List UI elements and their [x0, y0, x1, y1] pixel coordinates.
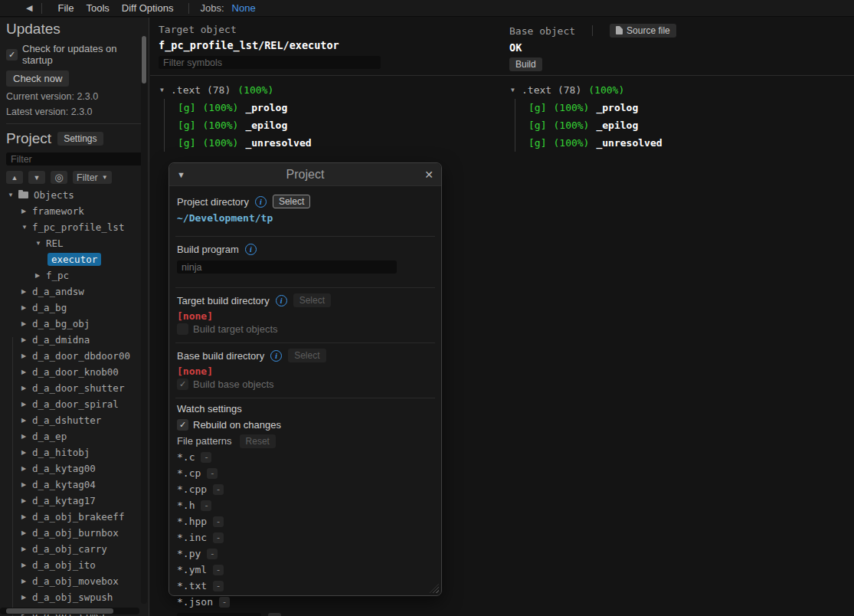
tree-item[interactable]: ▶ d_a_door_dbdoor00: [0, 348, 149, 364]
locate-button[interactable]: ◎: [51, 171, 67, 184]
build-program-input[interactable]: [177, 260, 397, 274]
reset-button[interactable]: Reset: [240, 434, 276, 448]
project-directory-select-button[interactable]: Select: [273, 195, 310, 208]
source-file-button[interactable]: Source file: [610, 24, 676, 38]
info-icon[interactable]: i: [270, 350, 282, 362]
build-target-objects-row[interactable]: Build target objects: [177, 323, 434, 335]
remove-pattern-button[interactable]: -: [213, 581, 224, 591]
tree-arrow-icon[interactable]: ▶: [21, 594, 32, 601]
tree-arrow-icon[interactable]: ▶: [21, 497, 32, 504]
checkbox-checked-icon[interactable]: ✓: [6, 49, 18, 61]
tree-item[interactable]: ▶ d_a_bg_obj: [0, 316, 149, 332]
remove-pattern-button[interactable]: -: [207, 549, 218, 559]
tree-item[interactable]: ▶ d_a_ep: [0, 428, 149, 444]
tree-arrow-icon[interactable]: ▶: [21, 513, 32, 520]
sidebar-hscroll-thumb[interactable]: [6, 608, 113, 614]
tree-item[interactable]: ▶ d_a_kytag17: [0, 493, 149, 509]
rebuild-on-changes-row[interactable]: ✓ Rebuild on changes: [177, 419, 434, 431]
tree-item[interactable]: ▶ f_pc: [0, 267, 149, 283]
symbol-row[interactable]: [g] (100%) _epilog: [528, 116, 663, 134]
checkbox-checked-icon[interactable]: ✓: [177, 419, 188, 431]
symbol-row[interactable]: [g] (100%) _prolog: [528, 99, 663, 116]
tree-arrow-icon[interactable]: ▶: [21, 208, 32, 215]
collapse-icon[interactable]: ▼: [177, 170, 192, 179]
tree-arrow-icon[interactable]: ▶: [21, 288, 32, 295]
tree-arrow-icon[interactable]: ▶: [21, 417, 32, 424]
remove-pattern-button[interactable]: -: [201, 452, 211, 463]
sidebar-vscroll-track[interactable]: [141, 36, 147, 604]
symbol-row[interactable]: [g] (100%) _prolog: [178, 99, 312, 116]
close-icon[interactable]: ✕: [418, 169, 434, 181]
tree-item[interactable]: ▶ d_a_obj_swpush: [0, 589, 149, 605]
tree-arrow-icon[interactable]: ▶: [21, 481, 32, 488]
tree-item[interactable]: ▶ d_a_hitobj: [0, 444, 149, 460]
base-build-dir-select-button[interactable]: Select: [288, 349, 326, 362]
tree-arrow-icon[interactable]: ▶: [21, 433, 32, 440]
tree-arrow-icon[interactable]: ▶: [21, 401, 32, 408]
remove-pattern-button[interactable]: -: [201, 500, 211, 511]
tree-item[interactable]: ▶ d_a_andsw: [0, 283, 149, 300]
jobs-value-link[interactable]: None: [232, 2, 256, 14]
tree-arrow-icon[interactable]: ▼: [21, 224, 32, 231]
tree-item[interactable]: ▶ d_a_kytag00: [0, 460, 149, 477]
sidebar-vscroll-thumb[interactable]: [142, 36, 146, 84]
tree-arrow-icon[interactable]: ▶: [21, 320, 32, 327]
tree-item[interactable]: ▶ d_a_dmidna: [0, 332, 149, 348]
tree-arrow-icon[interactable]: ▶: [21, 369, 32, 375]
tree-item[interactable]: ▶ d_a_obj_movebox: [0, 573, 149, 589]
check-now-button[interactable]: Check now: [6, 70, 69, 87]
remove-pattern-button[interactable]: -: [213, 565, 224, 575]
tree-item[interactable]: ▶ d_a_obj_ito: [0, 557, 149, 573]
tree-item[interactable]: ▶ d_a_door_shutter: [0, 380, 149, 396]
tree-item[interactable]: ▶ d_a_door_knob00: [0, 364, 149, 380]
build-base-objects-row[interactable]: ✓ Build base objects: [177, 378, 434, 390]
project-filter-input[interactable]: [6, 152, 142, 165]
symbol-row[interactable]: [g] (100%) _epilog: [178, 116, 312, 134]
collapse-all-button[interactable]: ▲: [6, 171, 23, 184]
info-icon[interactable]: i: [255, 196, 267, 208]
tree-arrow-icon[interactable]: ▶: [21, 449, 32, 456]
tree-arrow-icon[interactable]: ▶: [21, 529, 32, 536]
tree-arrow-icon[interactable]: ▶: [21, 352, 32, 359]
symbol-filter-input[interactable]: [159, 56, 381, 69]
back-icon[interactable]: ◀: [26, 3, 32, 13]
tree-item[interactable]: ▶ framework: [0, 203, 149, 219]
section-row[interactable]: ▼ .text (78) (100%): [511, 81, 663, 99]
filter-dropdown-button[interactable]: Filter ▼: [73, 171, 112, 184]
tree-arrow-icon[interactable]: ▼: [8, 192, 18, 198]
target-build-dir-select-button[interactable]: Select: [293, 293, 331, 307]
tree-arrow-icon[interactable]: ▶: [21, 562, 32, 568]
tree-arrow-icon[interactable]: ▶: [21, 304, 32, 311]
checkbox-checked-icon[interactable]: ✓: [177, 378, 188, 390]
tree-arrow-icon[interactable]: ▶: [21, 578, 32, 585]
tree-arrow-icon[interactable]: ▶: [21, 385, 32, 392]
dialog-title-bar[interactable]: ▼ Project ✕: [169, 163, 441, 186]
settings-button[interactable]: Settings: [57, 132, 103, 146]
tree-item[interactable]: ▼ Objects: [0, 187, 149, 203]
tree-item[interactable]: ▶ d_a_door_spiral: [0, 396, 149, 412]
expand-all-button[interactable]: ▼: [28, 171, 45, 184]
tree-item[interactable]: ▶ d_a_bg: [0, 300, 149, 316]
tree-item[interactable]: ▼ f_pc_profile_lst: [0, 219, 149, 235]
section-collapse-icon[interactable]: ▼: [160, 87, 171, 93]
tree-item[interactable]: ▶ d_a_obj_carry: [0, 541, 149, 557]
add-pattern-button[interactable]: +: [268, 613, 281, 616]
remove-pattern-button[interactable]: -: [213, 532, 224, 543]
menu-tools[interactable]: Tools: [80, 2, 115, 14]
menu-file[interactable]: File: [51, 2, 80, 14]
remove-pattern-button[interactable]: -: [207, 468, 218, 479]
tree-item[interactable]: ▶ d_a_dshutter: [0, 412, 149, 428]
section-row[interactable]: ▼ .text (78) (100%): [160, 81, 312, 99]
tree-item[interactable]: ▼ REL: [0, 235, 149, 251]
tree-item[interactable]: ▶ d_a_obj_burnbox: [0, 525, 149, 541]
tree-arrow-icon[interactable]: ▶: [21, 336, 32, 343]
info-icon[interactable]: i: [245, 244, 257, 255]
symbol-row[interactable]: [g] (100%) _unresolved: [178, 134, 312, 152]
check-updates-row[interactable]: ✓ Check for updates on startup: [6, 43, 142, 66]
menu-diff-options[interactable]: Diff Options: [116, 2, 180, 14]
build-button[interactable]: Build: [509, 57, 542, 71]
symbol-row[interactable]: [g] (100%) _unresolved: [528, 134, 663, 152]
tree-arrow-icon[interactable]: ▶: [35, 272, 46, 279]
info-icon[interactable]: i: [276, 295, 287, 306]
tree-arrow-icon[interactable]: ▶: [21, 546, 32, 552]
